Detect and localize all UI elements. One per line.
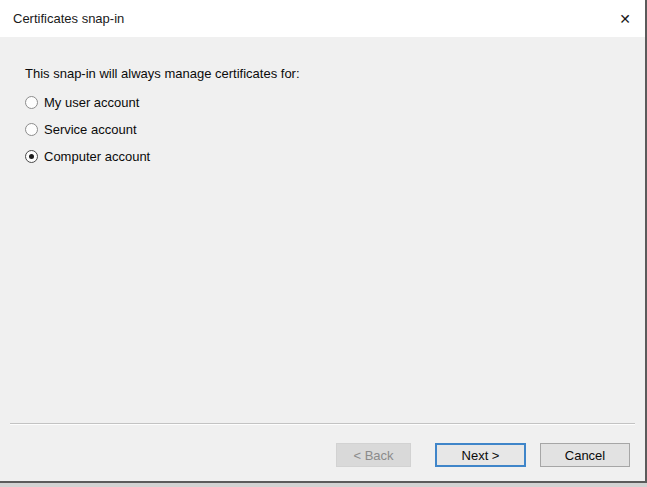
radio-label: Service account: [44, 122, 137, 137]
title-bar: Certificates snap-in ✕: [0, 0, 645, 37]
radio-icon: [25, 96, 38, 109]
certificates-snapin-dialog: Certificates snap-in ✕ This snap-in will…: [0, 0, 647, 483]
instruction-text: This snap-in will always manage certific…: [25, 66, 625, 81]
back-button: < Back: [336, 443, 411, 467]
close-button[interactable]: ✕: [605, 0, 645, 37]
close-icon: ✕: [619, 12, 631, 26]
radio-label: Computer account: [44, 149, 150, 164]
button-bar: < Back Next > Cancel: [0, 425, 645, 481]
next-button[interactable]: Next >: [435, 443, 526, 467]
radio-label: My user account: [44, 95, 139, 110]
window-title: Certificates snap-in: [13, 11, 124, 26]
radio-option-my-user-account[interactable]: My user account: [25, 95, 625, 110]
dialog-body: This snap-in will always manage certific…: [0, 37, 645, 423]
radio-option-service-account[interactable]: Service account: [25, 122, 625, 137]
cancel-button[interactable]: Cancel: [540, 443, 630, 467]
radio-icon: [25, 123, 38, 136]
radio-option-computer-account[interactable]: Computer account: [25, 149, 625, 164]
radio-icon: [25, 150, 38, 163]
account-radio-group: My user account Service account Computer…: [25, 95, 625, 164]
